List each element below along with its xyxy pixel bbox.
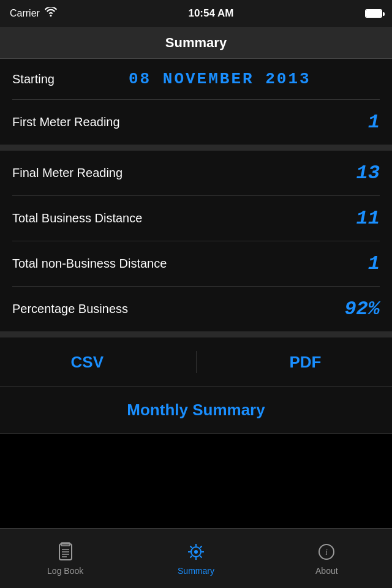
final-meter-value: 13 [356,162,380,184]
svg-line-14 [190,556,192,557]
about-icon: i [316,541,337,562]
gap-1 [0,145,392,151]
svg-line-11 [190,546,192,548]
first-meter-label: First Meter Reading [12,115,123,129]
total-nonbusiness-label: Total non-Business Distance [12,257,167,271]
status-left: Carrier [10,7,57,20]
tab-about-label: About [315,566,338,576]
svg-line-12 [200,556,202,557]
svg-line-13 [200,546,202,548]
total-business-row: Total Business Distance 11 [0,196,392,241]
status-bar: Carrier 10:54 AM [0,0,392,27]
nav-title: Summary [165,35,227,51]
csv-button[interactable]: CSV [47,353,128,372]
tab-summary-label: Summary [178,566,214,576]
percentage-label: Percentage Business [12,302,128,316]
export-section: CSV PDF [0,337,392,386]
svg-point-15 [194,550,198,554]
starting-row: Starting 08 NOVEMBER 2013 [0,59,392,99]
tab-logbook[interactable]: Log Book [0,529,130,588]
status-time: 10:54 AM [188,7,233,20]
main-content: Starting 08 NOVEMBER 2013 First Meter Re… [0,59,392,434]
percentage-value: 92% [344,298,380,320]
starting-label: Starting [12,72,123,86]
total-nonbusiness-row: Total non-Business Distance 1 [0,241,392,286]
total-business-label: Total Business Distance [12,211,142,225]
total-business-value: 11 [356,207,380,230]
monthly-label: Monthly Summary [127,401,265,420]
divider-6 [0,433,392,434]
final-meter-row: Final Meter Reading 13 [0,151,392,195]
export-divider [196,351,197,373]
wifi-icon [45,7,57,20]
pdf-button[interactable]: PDF [265,353,345,372]
gap-2 [0,331,392,337]
svg-text:i: i [325,548,328,557]
status-right [365,9,382,18]
monthly-summary-button[interactable]: Monthly Summary [0,387,392,433]
summary-icon [186,541,206,562]
first-meter-value: 1 [368,111,380,134]
starting-section: Starting 08 NOVEMBER 2013 First Meter Re… [0,59,392,145]
battery-icon [365,9,382,18]
total-nonbusiness-value: 1 [368,252,380,275]
logbook-icon [55,541,76,562]
tab-about[interactable]: i About [262,529,392,588]
final-meter-label: Final Meter Reading [12,166,123,180]
percentage-row: Percentage Business 92% [0,287,392,331]
stats-section: Final Meter Reading 13 Total Business Di… [0,151,392,331]
tab-summary[interactable]: Summary [130,529,261,588]
starting-value: 08 NOVEMBER 2013 [129,70,311,88]
first-meter-row: First Meter Reading 1 [0,100,392,145]
tab-bar: Log Book Summary i About [0,528,392,588]
nav-bar: Summary [0,27,392,59]
carrier-label: Carrier [10,8,40,19]
tab-logbook-label: Log Book [47,566,83,576]
